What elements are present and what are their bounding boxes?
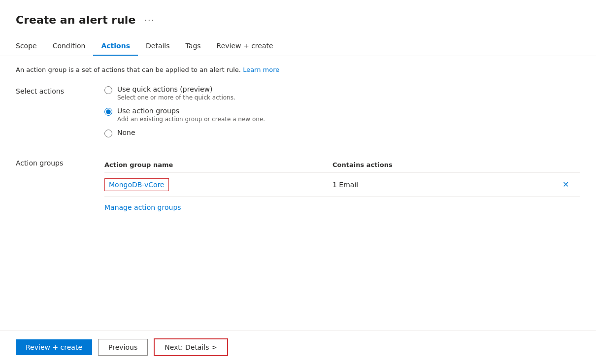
tabs-container: Scope Condition Actions Details Tags Rev…	[0, 26, 596, 56]
radio-quick-actions-sub: Select one or more of the quick actions.	[117, 94, 235, 101]
action-group-name-cell: MongoDB-vCore	[104, 178, 332, 191]
previous-button[interactable]: Previous	[98, 339, 148, 356]
table-header: Action group name Contains actions	[104, 157, 580, 173]
tab-condition[interactable]: Condition	[45, 38, 94, 56]
info-text-static: An action group is a set of actions that…	[16, 66, 241, 73]
action-groups-content: Action group name Contains actions Mongo…	[104, 157, 580, 211]
content-area: An action group is a set of actions that…	[0, 56, 596, 235]
radio-none-labels: None	[117, 129, 135, 136]
radio-action-groups-sub: Add an existing action group or create a…	[117, 116, 265, 123]
select-actions-row: Select actions Use quick actions (previe…	[16, 85, 580, 143]
tab-details[interactable]: Details	[138, 38, 178, 56]
action-groups-label: Action groups	[16, 157, 104, 211]
radio-action-groups-main: Use action groups	[117, 107, 265, 115]
table-header-contains: Contains actions	[332, 161, 561, 168]
radio-none-input[interactable]	[104, 130, 112, 137]
contains-actions-cell: 1 Email	[332, 181, 561, 189]
radio-action-groups[interactable]: Use action groups Add an existing action…	[104, 107, 580, 123]
ellipsis-button[interactable]: ···	[141, 14, 158, 26]
select-actions-label: Select actions	[16, 85, 104, 143]
close-icon: ✕	[563, 180, 569, 189]
action-group-name-link[interactable]: MongoDB-vCore	[104, 178, 169, 191]
radio-none[interactable]: None	[104, 129, 580, 137]
radio-quick-actions-main: Use quick actions (preview)	[117, 85, 235, 93]
tab-scope[interactable]: Scope	[16, 38, 45, 56]
select-actions-controls: Use quick actions (preview) Select one o…	[104, 85, 580, 143]
radio-quick-actions-input[interactable]	[104, 86, 112, 94]
learn-more-link[interactable]: Learn more	[243, 66, 279, 73]
radio-quick-actions-labels: Use quick actions (preview) Select one o…	[117, 85, 235, 101]
page-header: Create an alert rule ···	[0, 0, 596, 26]
tab-tags[interactable]: Tags	[178, 38, 209, 56]
table-header-name: Action group name	[104, 161, 332, 168]
tab-review-create[interactable]: Review + create	[209, 38, 281, 56]
review-create-button[interactable]: Review + create	[16, 339, 92, 355]
page-title: Create an alert rule	[16, 14, 135, 26]
next-details-button[interactable]: Next: Details >	[154, 338, 228, 356]
radio-action-groups-labels: Use action groups Add an existing action…	[117, 107, 265, 123]
delete-cell: ✕	[561, 178, 580, 191]
tab-actions[interactable]: Actions	[93, 38, 138, 56]
footer: Review + create Previous Next: Details >	[0, 330, 596, 364]
radio-action-groups-input[interactable]	[104, 108, 112, 116]
table-row: MongoDB-vCore 1 Email ✕	[104, 173, 580, 197]
manage-action-groups-link[interactable]: Manage action groups	[104, 203, 181, 211]
radio-quick-actions[interactable]: Use quick actions (preview) Select one o…	[104, 85, 580, 101]
tabs-list: Scope Condition Actions Details Tags Rev…	[16, 38, 580, 56]
action-groups-section: Action groups Action group name Contains…	[16, 157, 580, 211]
table-header-actions	[561, 161, 580, 168]
delete-action-group-button[interactable]: ✕	[561, 178, 571, 191]
info-text-row: An action group is a set of actions that…	[16, 66, 580, 73]
radio-none-main: None	[117, 129, 135, 136]
